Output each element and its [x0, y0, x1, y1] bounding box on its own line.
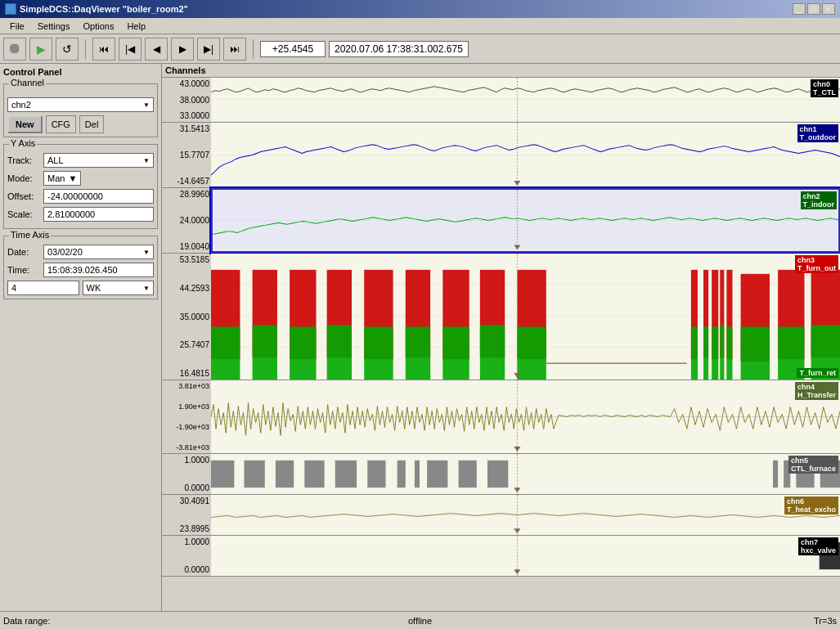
chart-row-chn1: 31.5413 15.7707 -14.6457 c: [162, 123, 840, 188]
titlebar-controls[interactable]: _ □ ×: [793, 3, 835, 15]
new-button[interactable]: New: [7, 115, 43, 133]
yaxis-group: Y Axis Track: ALL ▼ Mode: Man ▼ Offset:: [3, 144, 158, 229]
prev-button[interactable]: ◀: [145, 38, 168, 61]
main-content: Control Panel Channel chn2 ▼ New CFG Del…: [0, 64, 840, 611]
menu-help[interactable]: Help: [120, 20, 152, 33]
ymid-chn1: 15.7707: [164, 151, 209, 159]
ymid-chn4: 1.90e+03: [164, 402, 209, 411]
timebase-row: WK ▼: [7, 281, 154, 295]
yaxis-chn1: 31.5413 15.7707 -14.6457: [162, 123, 211, 187]
ymin-chn3: 16.4815: [164, 369, 209, 378]
canvas-chn3[interactable]: chn3 T_furn_out T_furn_ret: [211, 254, 840, 380]
menu-file[interactable]: File: [3, 20, 31, 33]
app-icon: [5, 3, 16, 15]
maximize-button[interactable]: □: [807, 3, 820, 15]
ymax-chn2: 28.9960: [164, 190, 209, 199]
svg-rect-36: [442, 326, 469, 380]
menu-options[interactable]: Options: [76, 20, 120, 33]
canvas-chn1[interactable]: chn1 T_outdoor: [211, 123, 840, 187]
channel-select: chn2 ▼: [7, 97, 154, 112]
svg-rect-59: [398, 461, 406, 487]
yaxis-chn0: 43.0000 38.0000 33.0000: [162, 78, 211, 122]
close-button[interactable]: ×: [822, 3, 835, 15]
timebase-input[interactable]: [7, 281, 79, 295]
del-button[interactable]: Del: [79, 115, 105, 133]
svg-rect-40: [703, 326, 708, 380]
date-label: Date:: [7, 247, 40, 257]
channel-label-chn3-top: chn3 T_furn_out: [795, 255, 838, 273]
channel-dropdown[interactable]: chn2 ▼: [7, 97, 154, 112]
step-back-button[interactable]: |◀: [119, 38, 141, 61]
track-label: Track:: [7, 155, 40, 165]
menu-settings[interactable]: Settings: [31, 20, 77, 33]
svg-rect-62: [459, 461, 477, 487]
timebase-unit: WK: [87, 283, 101, 293]
refresh-button[interactable]: ↺: [56, 38, 79, 61]
svg-rect-41: [712, 326, 718, 380]
ymid-chn3: 35.0000: [164, 312, 209, 321]
record-button[interactable]: ⏺: [3, 38, 26, 61]
scale-input[interactable]: [43, 207, 154, 222]
mode-label: Mode:: [7, 173, 40, 183]
ymin-chn6: 23.8995: [164, 524, 209, 533]
mode-dropdown[interactable]: Man ▼: [43, 171, 81, 186]
canvas-chn4[interactable]: chn4 H_Transfer: [211, 380, 840, 453]
ymid-chn2: 24.0000: [164, 216, 209, 225]
canvas-chn6[interactable]: chn6 T_heat_excho: [211, 495, 840, 535]
statusbar-left: Data range:: [3, 616, 281, 626]
datetime-display: 2020.07.06 17:38:31.002.675: [329, 41, 469, 57]
cfg-button[interactable]: CFG: [46, 115, 76, 133]
svg-rect-56: [304, 461, 324, 487]
svg-rect-64: [773, 461, 778, 487]
track-value: ALL: [47, 155, 64, 165]
time-row: Time: 15:08:39.026.450: [7, 263, 154, 277]
statusbar: Data range: offline Tr=3s: [0, 611, 840, 629]
canvas-chn7[interactable]: chn7 hxc_valve: [211, 536, 840, 576]
track-chevron-icon: ▼: [143, 157, 150, 164]
chart-row-chn0: 43.0000 38.0000 33.0000 chn0: [162, 78, 840, 123]
svg-rect-44: [741, 326, 770, 380]
next-button[interactable]: ▶: [171, 38, 194, 61]
chart-row-chn6: 30.4091 23.8995 chn6 T_heat_excho: [162, 495, 840, 536]
canvas-chn5[interactable]: chn5 CTL_furnace: [211, 454, 840, 494]
step-fwd-button[interactable]: ▶|: [197, 38, 220, 61]
minimize-button[interactable]: _: [793, 3, 806, 15]
yaxis-chn5: 1.0000 0.0000: [162, 454, 211, 494]
toolbar-separator2: [253, 39, 254, 59]
charts-container: 43.0000 38.0000 33.0000 chn0: [162, 78, 840, 611]
chart-row-chn5: 1.0000 0.0000: [162, 454, 840, 495]
ymid-chn0: 38.0000: [164, 96, 209, 105]
svg-marker-6: [514, 181, 520, 186]
date-dropdown[interactable]: 03/02/20 ▼: [43, 245, 154, 259]
yaxis-chn7: 1.0000 0.0000: [162, 536, 211, 576]
timebase-chevron-icon: ▼: [143, 285, 150, 292]
titlebar-left: SimpleDCS::DaqViewer "boiler_room2": [5, 3, 188, 15]
offset-row: Offset:: [7, 189, 154, 204]
offset-input[interactable]: [43, 189, 154, 204]
canvas-chn0[interactable]: chn0 T_CTL: [211, 78, 840, 122]
menubar: File Settings Options Help: [0, 18, 840, 34]
timeaxis-group: Time Axis Date: 03/02/20 ▼ Time: 15:08:3…: [3, 236, 158, 299]
ymax-chn6: 30.4091: [164, 496, 209, 505]
ymin-chn5: 0.0000: [164, 483, 209, 492]
canvas-chn2[interactable]: chn2 T_indoor: [211, 188, 840, 253]
skip-start-button[interactable]: ⏮: [92, 38, 115, 61]
ymin-chn1: -14.6457: [164, 177, 209, 186]
channel-label-chn0: chn0 T_CTL: [811, 79, 838, 97]
ymax-chn0: 43.0000: [164, 79, 209, 88]
chart-row-chn4: 3.81e+03 1.90e+03 -1.90e+03 -3.81e+03 ch…: [162, 380, 840, 454]
chart-row-chn7: 1.0000 0.0000 chn7 hxc_valve: [162, 536, 840, 577]
ymax-chn3: 53.5185: [164, 255, 209, 264]
timebase-unit-dropdown[interactable]: WK ▼: [83, 281, 155, 295]
titlebar: SimpleDCS::DaqViewer "boiler_room2" _ □ …: [0, 0, 840, 18]
svg-rect-37: [480, 325, 505, 380]
skip-end-button[interactable]: ⏭: [223, 38, 246, 61]
control-panel: Control Panel Channel chn2 ▼ New CFG Del…: [0, 64, 162, 611]
track-dropdown[interactable]: ALL ▼: [43, 153, 154, 168]
channel-label-chn6: chn6 T_heat_excho: [784, 496, 838, 514]
date-row: Date: 03/02/20 ▼: [7, 245, 154, 259]
svg-rect-43: [726, 326, 732, 380]
yaxis-chn4: 3.81e+03 1.90e+03 -1.90e+03 -3.81e+03: [162, 380, 211, 453]
svg-rect-32: [290, 326, 316, 380]
play-button[interactable]: ▶: [29, 38, 52, 61]
